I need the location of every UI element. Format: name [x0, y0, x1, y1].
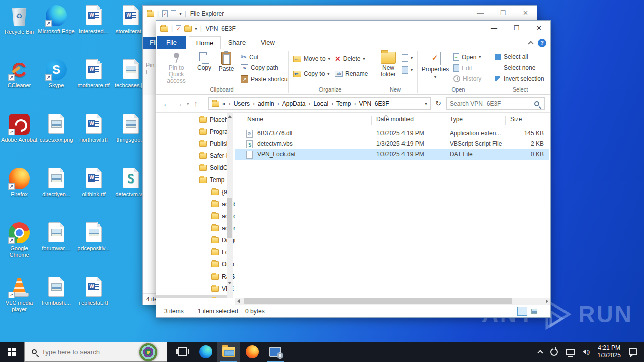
desktop-icon-adobe-acrobat[interactable]: ↗ Adobe Acrobat: [1, 114, 38, 143]
scroll-left-icon[interactable]: [237, 299, 240, 303]
copy-button[interactable]: Copy: [194, 52, 215, 71]
column-name[interactable]: Name: [247, 116, 263, 123]
search-box[interactable]: [446, 97, 545, 110]
column-size[interactable]: Size: [510, 116, 522, 123]
search-input[interactable]: [447, 100, 534, 107]
breadcrumb-overflow[interactable]: «: [222, 100, 226, 107]
qat-properties-icon[interactable]: ✓: [176, 25, 181, 32]
taskbar-installer[interactable]: [264, 342, 287, 362]
file-row-dat-selected[interactable]: VPN_Lock.dat 1/3/2025 4:19 PM DAT File 0…: [235, 149, 549, 160]
forward-button[interactable]: →: [175, 99, 183, 108]
volume-icon[interactable]: )): [583, 349, 589, 355]
desktop-icon-forumwar[interactable]: forumwar....: [38, 222, 75, 252]
move-to-button[interactable]: Move to▾: [293, 55, 330, 62]
copy-to-button[interactable]: Copy to▾: [293, 70, 329, 77]
properties-button[interactable]: Properties▾: [421, 52, 449, 80]
address-dropdown-icon[interactable]: ▾: [425, 101, 427, 106]
qat-properties-icon[interactable]: ✓: [162, 10, 168, 17]
tab-home[interactable]: Home: [189, 36, 221, 49]
taskbar-firefox[interactable]: [240, 342, 264, 362]
select-all-button[interactable]: Select all: [495, 53, 528, 60]
tree-item-vpn-selected[interactable]: VPN_: [156, 295, 233, 298]
maximize-button[interactable]: ☐: [492, 6, 514, 21]
copy-path-button[interactable]: w Copy path: [241, 64, 278, 71]
invert-selection-button[interactable]: Invert selection: [495, 75, 544, 82]
delete-button[interactable]: ✕ Delete▾: [335, 55, 365, 62]
desktop-icon-frombush[interactable]: frombush....: [38, 277, 75, 306]
pin-to-quick-access-button[interactable]: Pin to Quick access: [160, 52, 192, 84]
desktop-icon-recycle-bin[interactable]: Recycle Bin: [1, 5, 38, 35]
desktop-icon-motherare[interactable]: W motherare.rtf: [75, 59, 112, 89]
file-row-vbs[interactable]: detectvm.vbs 1/3/2025 4:19 PM VBScript S…: [235, 139, 549, 149]
desktop-icon-interested[interactable]: W interested...: [75, 5, 112, 35]
tree-scrollbar[interactable]: [227, 113, 233, 298]
back-window-titlebar[interactable]: | ✓ ▾ | File Explorer — ☐ ✕: [143, 6, 537, 21]
open-button[interactable]: Open▾: [453, 53, 481, 61]
desktop-icon-casesxxx[interactable]: casesxxx.png: [38, 114, 75, 143]
breadcrumb-appdata[interactable]: AppData: [282, 100, 306, 107]
breadcrumb-local[interactable]: Local: [313, 100, 328, 107]
desktop-icon-ccleaner[interactable]: C↗ CCleaner: [1, 59, 38, 89]
new-item-button[interactable]: ▾: [402, 54, 413, 62]
edit-button[interactable]: Edit: [453, 64, 472, 72]
scrollbar-thumb[interactable]: [227, 198, 232, 238]
taskbar-search-input[interactable]: [42, 348, 127, 356]
close-button[interactable]: ✕: [528, 21, 550, 36]
select-none-button[interactable]: Select none: [495, 64, 535, 71]
back-button[interactable]: ←: [163, 99, 170, 108]
up-button[interactable]: ↑: [194, 99, 198, 108]
refresh-button[interactable]: ↻: [433, 97, 444, 110]
minimize-ribbon-icon[interactable]: [528, 41, 533, 46]
desktop-icon-oilthink[interactable]: W oilthink.rtf: [75, 168, 112, 198]
breadcrumb-temp[interactable]: Temp: [336, 100, 351, 107]
details-view-button[interactable]: [517, 307, 527, 316]
cortana-art-thumbnail[interactable]: [139, 343, 157, 361]
help-icon[interactable]: ?: [538, 39, 546, 47]
taskbar-edge[interactable]: [194, 342, 217, 362]
breadcrumb-current-folder[interactable]: VPN_6E3F: [359, 100, 389, 107]
tab-file[interactable]: File: [157, 36, 186, 49]
qat-dropdown-icon[interactable]: ▾: [195, 26, 197, 31]
breadcrumb-users[interactable]: Users: [234, 100, 250, 107]
history-button[interactable]: History: [453, 75, 481, 82]
tab-view[interactable]: View: [253, 36, 282, 49]
taskbar-search[interactable]: [24, 342, 167, 362]
paste-shortcut-button[interactable]: Paste shortcut: [241, 75, 289, 83]
close-button[interactable]: ✕: [514, 6, 537, 21]
large-icons-view-button[interactable]: [529, 307, 539, 316]
desktop-icon-directlyen[interactable]: directlyen...: [38, 168, 75, 198]
minimize-button[interactable]: —: [469, 6, 492, 21]
horizontal-scrollbar[interactable]: [235, 298, 550, 305]
start-button[interactable]: [0, 342, 24, 362]
qat-dropdown-icon[interactable]: ▾: [179, 11, 182, 16]
file-row-dll[interactable]: 6B373776.dll 1/3/2025 4:19 PM Applicatio…: [235, 128, 549, 139]
tab-share[interactable]: Share: [221, 36, 253, 49]
column-type[interactable]: Type: [450, 116, 463, 123]
easy-access-button[interactable]: ▾: [402, 66, 413, 74]
paste-button[interactable]: Paste: [216, 52, 237, 72]
new-folder-button[interactable]: New folder: [377, 52, 400, 78]
minimize-button[interactable]: —: [482, 21, 505, 36]
desktop-icon-google-chrome[interactable]: ↗ Google Chrome: [1, 222, 38, 258]
cut-button[interactable]: ✂ Cut: [241, 53, 259, 61]
task-view-button[interactable]: [171, 342, 194, 362]
desktop-icon-vlc[interactable]: ↗ VLC media player: [1, 277, 38, 313]
desktop-icon-firefox[interactable]: ↗ Firefox: [1, 168, 38, 198]
scroll-up-icon[interactable]: [228, 115, 232, 118]
taskbar-file-explorer[interactable]: [217, 342, 240, 362]
desktop-icon-pricepositiv[interactable]: pricepositiv...: [75, 222, 112, 252]
scroll-right-icon[interactable]: [546, 299, 548, 303]
scroll-down-icon[interactable]: [228, 282, 232, 284]
tray-agent-icon[interactable]: [550, 348, 558, 356]
maximize-button[interactable]: ☐: [505, 21, 528, 36]
rename-button[interactable]: ab Rename: [335, 70, 368, 77]
qat-folder-icon[interactable]: [184, 26, 192, 32]
back-window-file-tab[interactable]: File: [143, 37, 156, 49]
desktop-icon-microsoft-edge[interactable]: ↗ Microsoft Edge: [38, 5, 75, 35]
column-date-modified[interactable]: Date modified: [376, 116, 414, 123]
desktop-icon-skype[interactable]: S↗ Skype: [38, 59, 75, 89]
breadcrumb-admin[interactable]: admin: [258, 100, 274, 107]
network-icon[interactable]: [566, 349, 575, 355]
desktop-icon-repliesfat[interactable]: W repliesfat.rtf: [75, 277, 112, 306]
action-center-icon[interactable]: [629, 348, 637, 355]
